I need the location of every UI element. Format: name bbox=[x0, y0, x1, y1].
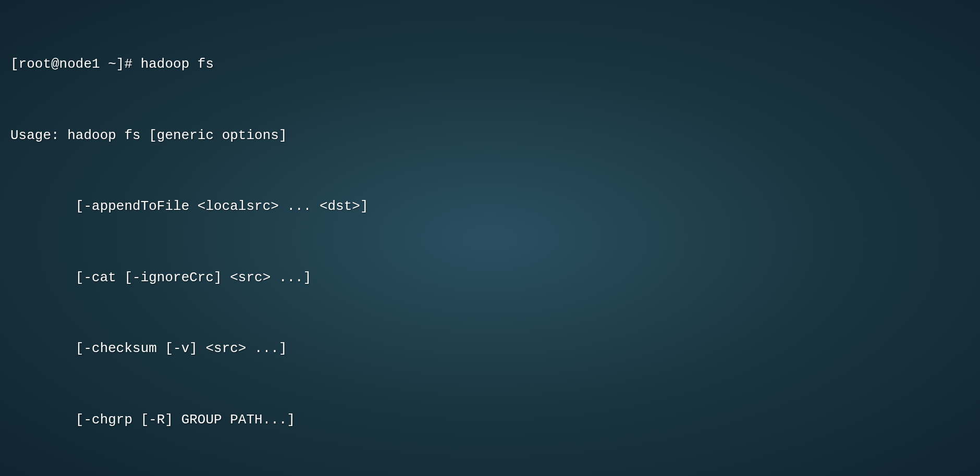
option-line: [-chgrp [-R] GROUP PATH...] bbox=[10, 408, 970, 432]
option-line: [-checksum [-v] <src> ...] bbox=[10, 337, 970, 361]
option-line: [-appendToFile <localsrc> ... <dst>] bbox=[10, 195, 970, 219]
terminal-output: [root@node1 ~]# hadoop fs Usage: hadoop … bbox=[10, 5, 970, 476]
prompt-line: [root@node1 ~]# hadoop fs bbox=[10, 53, 970, 77]
option-line: [-cat [-ignoreCrc] <src> ...] bbox=[10, 266, 970, 290]
usage-line: Usage: hadoop fs [generic options] bbox=[10, 124, 970, 148]
